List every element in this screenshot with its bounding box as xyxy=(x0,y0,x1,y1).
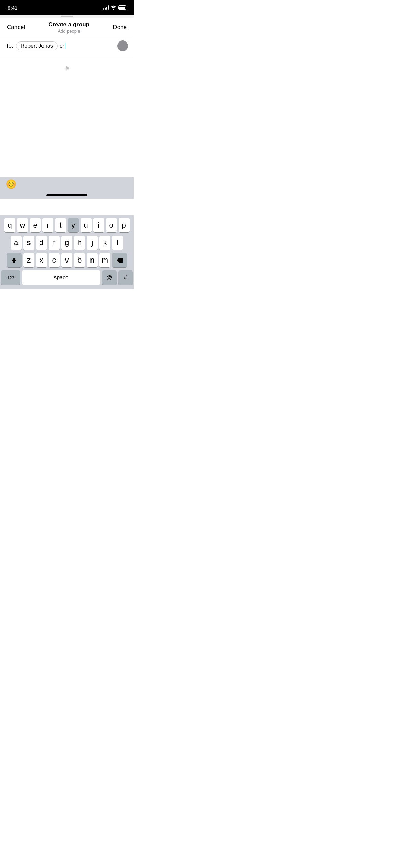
to-label: To: xyxy=(5,43,13,49)
key-a[interactable]: a xyxy=(11,236,22,250)
keyboard: q w e r t y u i o p a s d f g h j k l z … xyxy=(0,215,134,289)
key-i[interactable]: i xyxy=(93,218,104,232)
key-x[interactable]: x xyxy=(36,253,47,267)
key-b[interactable]: b xyxy=(74,253,85,267)
key-p[interactable]: p xyxy=(119,218,130,232)
sheet-handle xyxy=(61,16,73,17)
key-s[interactable]: s xyxy=(23,236,34,250)
key-y[interactable]: y xyxy=(68,218,79,232)
keyboard-row-2: a s d f g h j k l xyxy=(1,236,133,250)
text-cursor xyxy=(65,43,65,49)
key-f[interactable]: f xyxy=(49,236,60,250)
keyboard-row-1: q w e r t y u i o p xyxy=(1,218,133,232)
key-n[interactable]: n xyxy=(87,253,98,267)
keyboard-row-4: 123 space @ # xyxy=(1,270,133,285)
key-z[interactable]: z xyxy=(23,253,34,267)
loading-spinner-area xyxy=(0,55,134,81)
to-field[interactable]: To: Robert Jonas cr xyxy=(0,37,134,55)
home-bar xyxy=(46,194,87,196)
key-o[interactable]: o xyxy=(106,218,117,232)
sheet-handle-area xyxy=(0,15,134,18)
status-icons xyxy=(103,5,128,10)
keyboard-row-3: z x c v b n m xyxy=(1,253,133,267)
key-v[interactable]: v xyxy=(61,253,72,267)
key-u[interactable]: u xyxy=(81,218,92,232)
bottom-bar: 😊 xyxy=(0,177,134,194)
key-c[interactable]: c xyxy=(49,253,60,267)
page-subtitle: Add people xyxy=(58,28,80,34)
key-g[interactable]: g xyxy=(61,236,72,250)
content-area xyxy=(0,81,134,177)
nav-header: Cancel Create a group Add people Done xyxy=(0,18,134,37)
signal-icon xyxy=(103,5,109,10)
status-time: 9:41 xyxy=(8,5,17,11)
key-k[interactable]: k xyxy=(99,236,110,250)
page-title: Create a group xyxy=(48,21,89,28)
backspace-icon xyxy=(116,257,123,263)
status-bar: 9:41 xyxy=(0,0,134,15)
done-button[interactable]: Done xyxy=(113,24,127,31)
space-key[interactable]: space xyxy=(22,270,100,285)
wifi-icon xyxy=(111,5,116,10)
emoji-button[interactable]: 😊 xyxy=(5,179,16,190)
shift-icon xyxy=(11,257,17,263)
key-d[interactable]: d xyxy=(36,236,47,250)
key-r[interactable]: r xyxy=(42,218,53,232)
key-e[interactable]: e xyxy=(30,218,41,232)
to-chips: Robert Jonas cr xyxy=(16,41,114,50)
numbers-key[interactable]: 123 xyxy=(1,270,20,285)
key-j[interactable]: j xyxy=(87,236,98,250)
key-t[interactable]: t xyxy=(55,218,66,232)
key-m[interactable]: m xyxy=(99,253,110,267)
nav-center: Create a group Add people xyxy=(25,21,113,34)
key-w[interactable]: w xyxy=(17,218,28,232)
key-q[interactable]: q xyxy=(4,218,15,232)
hash-key[interactable]: # xyxy=(118,270,133,285)
loading-spinner xyxy=(62,63,72,73)
to-input[interactable]: cr xyxy=(60,43,73,49)
recipient-chip[interactable]: Robert Jonas xyxy=(16,41,58,50)
avatar xyxy=(117,40,128,51)
cancel-button[interactable]: Cancel xyxy=(7,24,25,31)
battery-icon xyxy=(118,5,127,10)
at-key[interactable]: @ xyxy=(102,270,117,285)
shift-key[interactable] xyxy=(7,253,22,267)
home-indicator xyxy=(0,194,134,199)
backspace-key[interactable] xyxy=(112,253,127,267)
key-l[interactable]: l xyxy=(112,236,123,250)
key-h[interactable]: h xyxy=(74,236,85,250)
